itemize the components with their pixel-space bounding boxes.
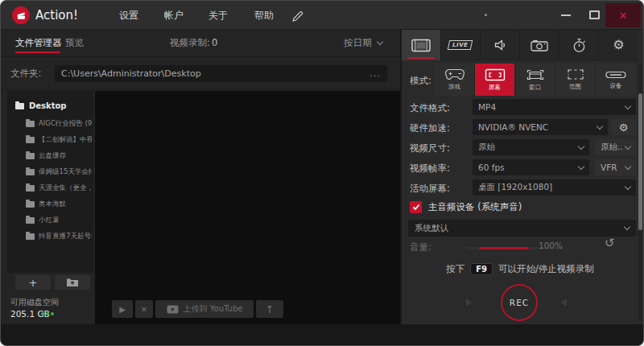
framerate-dropdown[interactable]: 60 fps: [473, 159, 589, 175]
tray-dot-icon[interactable]: [485, 14, 487, 16]
mode-window-button[interactable]: 窗口: [515, 64, 555, 96]
close-icon: ✕: [141, 305, 147, 314]
folder-path-input[interactable]: C:\Users\Administrator\Desktop ...: [55, 65, 387, 82]
chevron-down-icon[interactable]: [377, 39, 383, 45]
folder-icon: [26, 233, 35, 240]
tree-item[interactable]: AIGC行业报告 (9-11): [26, 119, 92, 129]
upload-youtube-button[interactable]: 上传到 YouTube: [155, 300, 254, 318]
framerate-mode-dropdown[interactable]: VFR: [595, 159, 636, 175]
tree-item[interactable]: 小红薯: [26, 216, 92, 225]
mode-region-button[interactable]: 范围: [555, 64, 596, 96]
video-size-label: 视频尺寸:: [410, 142, 450, 154]
hotkey-key-badge: F9: [470, 263, 493, 275]
scrollbar-thumb[interactable]: [638, 93, 642, 230]
mode-device-button[interactable]: 设备: [596, 64, 636, 96]
mode-region-label: 范围: [569, 83, 581, 91]
play-button[interactable]: ▶: [112, 300, 133, 318]
hw-acceleration-settings-button[interactable]: ⚙: [611, 119, 636, 135]
panel-scrollbar[interactable]: [638, 64, 642, 321]
upload-button[interactable]: ↑: [256, 300, 283, 318]
capture-tabbar: LIVE: [402, 30, 638, 60]
tree-root-desktop[interactable]: Desktop: [15, 101, 67, 110]
open-folder-button[interactable]: [55, 275, 90, 290]
tree-item[interactable]: 保姆级15天学会抖音图...: [26, 167, 92, 177]
setting-row-framerate: 视频帧率: 60 fps VFR: [402, 158, 638, 178]
add-folder-button[interactable]: +: [15, 275, 51, 290]
framerate-label: 视频帧率:: [410, 163, 450, 175]
tree-item-label: 【二创解说】中视频计划冷...: [39, 135, 92, 145]
upload-youtube-label: 上传到 YouTube: [184, 303, 243, 315]
video-icon: [411, 39, 431, 52]
close-icon: ✕: [619, 10, 628, 22]
folder-tree-panel: [7, 91, 93, 273]
mode-window-label: 窗口: [529, 84, 541, 92]
chevron-down-icon: [625, 102, 631, 109]
tree-item[interactable]: 云盘缓存: [26, 151, 92, 161]
volume-value: 100%: [539, 241, 563, 250]
tab-file-manager[interactable]: 文件管理器: [15, 37, 62, 49]
tab-live-streaming[interactable]: LIVE: [441, 30, 481, 60]
mode-buttons: 游戏 屏幕 窗口: [435, 64, 636, 96]
device-icon: [605, 70, 626, 80]
menu-settings[interactable]: 设置: [119, 9, 138, 23]
active-screen-dropdown[interactable]: 桌面 [1920x1080]: [473, 179, 636, 196]
bottom-strip: [1, 324, 644, 346]
gamepad-icon: [444, 68, 465, 80]
tab-preview[interactable]: 预览: [65, 37, 84, 49]
green-dot-icon: [51, 312, 54, 315]
video-size-secondary-dropdown[interactable]: 原始..: [595, 139, 636, 155]
tree-item-label: AIGC行业报告 (9-11): [39, 119, 92, 129]
mode-screen-button-selected[interactable]: 屏幕: [475, 64, 515, 96]
folder-icon: [26, 153, 35, 159]
app-logo-icon: [12, 6, 30, 24]
menu-help[interactable]: 帮助: [254, 9, 274, 23]
setting-row-active-screen: 活动屏幕: 桌面 [1920x1080]: [402, 178, 638, 198]
video-record-count: 0: [212, 37, 217, 48]
sort-by-date-dropdown[interactable]: 按日期: [344, 37, 372, 49]
file-format-label: 文件格式:: [410, 102, 450, 114]
framerate-mode-value: VFR: [601, 163, 617, 172]
delete-button[interactable]: ✕: [135, 300, 153, 318]
file-format-dropdown[interactable]: MP4: [473, 99, 636, 115]
audio-device-checkbox[interactable]: [410, 201, 422, 213]
tree-item[interactable]: 天涯全集（更全，但部分...: [26, 183, 92, 193]
folder-label: 文件夹:: [10, 68, 41, 80]
tab-video-recording[interactable]: [402, 30, 441, 60]
folder-icon: [26, 137, 35, 143]
tree-item-label: 云盘缓存: [39, 151, 66, 161]
chevron-down-icon: [578, 142, 584, 149]
rec-button[interactable]: REC: [501, 284, 538, 321]
setting-row-hw-acceleration: 硬件加速: NVIDIA® NVENC ⚙: [402, 117, 638, 138]
chevron-down-icon: [597, 122, 603, 129]
tab-audio-recording[interactable]: [481, 30, 520, 60]
active-screen-value: 桌面 [1920x1080]: [478, 182, 552, 193]
close-button[interactable]: ✕: [605, 3, 641, 27]
folder-icon: [26, 217, 35, 224]
menu-about[interactable]: 关于: [208, 9, 228, 23]
tree-item[interactable]: 奥本海默: [26, 200, 92, 209]
video-size-dropdown[interactable]: 原始: [473, 139, 589, 155]
minimize-button[interactable]: [561, 14, 571, 16]
menu-account[interactable]: 帐户: [164, 9, 184, 23]
hw-acceleration-dropdown[interactable]: NVIDIA® NVENC: [473, 119, 608, 135]
tree-item[interactable]: 抖音直播7天起号软件及...: [26, 232, 92, 241]
mode-device-label: 设备: [610, 82, 622, 90]
tree-item[interactable]: 【二创解说】中视频计划冷...: [26, 135, 92, 145]
maximize-button[interactable]: [589, 10, 600, 19]
folder-icon: [26, 185, 35, 192]
audio-device-label: 主音频设备 (系统声音): [428, 201, 522, 213]
selected-tab-indicator: [408, 57, 435, 59]
tab-settings[interactable]: ⚙: [599, 30, 638, 60]
tree-item-label: 天涯全集（更全，但部分...: [39, 183, 92, 193]
disk-status-dots: [41, 312, 54, 315]
volume-reset-button[interactable]: ↺: [605, 236, 615, 250]
tab-screenshot[interactable]: [520, 30, 559, 60]
browse-folder-button[interactable]: ...: [370, 68, 382, 79]
volume-label: 音量:: [410, 241, 431, 253]
tab-benchmark[interactable]: [559, 30, 599, 60]
pen-icon[interactable]: [291, 8, 304, 25]
upload-arrow-icon: ↑: [266, 303, 275, 315]
file-toolbar: ▶ ✕ 上传到 YouTube ↑: [112, 300, 283, 318]
mode-game-button[interactable]: 游戏: [435, 64, 475, 96]
audio-device-dropdown[interactable]: 系统默认: [408, 220, 636, 237]
